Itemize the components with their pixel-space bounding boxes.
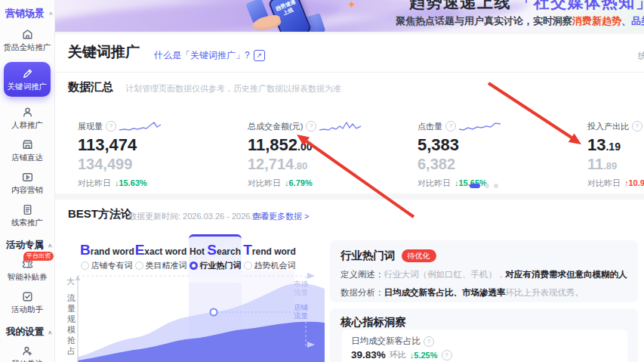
svg-text:规: 规 bbox=[67, 314, 75, 323]
radio-exact-word[interactable] bbox=[135, 261, 143, 270]
summary-note: 计划管理页面数据仅供参考，历史推广数据以报表数据为准 bbox=[125, 83, 341, 94]
sidebar-item-content-marketing[interactable]: 内容营销 bbox=[0, 166, 54, 198]
text-part: 数据分析： bbox=[340, 288, 384, 297]
metric-compare: 对比昨日↓15.65% bbox=[418, 178, 587, 189]
question-icon[interactable]: ? bbox=[424, 336, 434, 347]
external-link-icon: ↗ bbox=[254, 50, 265, 61]
what-is-keyword-promotion-link[interactable]: 什么是「关键词推广」? ↗ bbox=[154, 49, 265, 62]
text-part: 趋势速递上线 bbox=[409, 0, 516, 11]
sidebar-item-full-site-promotion[interactable]: 货品全站推广 bbox=[0, 23, 54, 55]
y-axis-top-label: 大 bbox=[66, 277, 75, 286]
text-part: 消费新趋势 bbox=[572, 15, 621, 26]
tab-chinese-label: 类目精准词 bbox=[146, 260, 187, 271]
industry-hot-word-panel: 行业热门词 待优化 定义阐述：行业大词（例如口红、手机），对应有消费需求但意向模… bbox=[330, 240, 638, 302]
tab-english-label: Exact word bbox=[134, 242, 187, 258]
text-part: 、品类新机会 bbox=[621, 15, 644, 26]
text-part: 定义阐述： bbox=[340, 270, 384, 279]
shop-icon bbox=[21, 138, 34, 151]
sidebar-item-keyword-promotion[interactable]: 关键词推广 bbox=[0, 55, 54, 101]
svg-text:占: 占 bbox=[67, 346, 75, 355]
sparkle-icon: ✦ bbox=[347, 0, 356, 11]
sidebar-item-smart-subsidy-coupon[interactable]: 智能补贴券平台出资 bbox=[0, 252, 54, 285]
radio-trend-word[interactable] bbox=[244, 261, 252, 270]
sidebar-item-label: 线索推广 bbox=[11, 218, 43, 228]
chevron-up-icon: ∧ bbox=[48, 243, 53, 249]
metric-0: 展现量?113,474134,499对比昨日↓15.63% bbox=[78, 119, 248, 189]
metric-1: 总成交金额(元)?11,852.0012,714.80对比昨日↓6.79% bbox=[248, 119, 418, 189]
text-part: 对应有消费需求但意向模糊的人群，拉新效果显著。 bbox=[506, 270, 628, 279]
metric-sparkline bbox=[459, 120, 503, 132]
tab-exact-word[interactable]: Exact word类目精准词 bbox=[134, 234, 187, 283]
sidebar-item-label: 货品全站推广 bbox=[4, 42, 51, 53]
tab-chinese-label: 趋势机会词 bbox=[254, 260, 296, 271]
sidebar: 营销场景 ∧ 货品全站推广关键词推广人群推广店铺直达内容营销线索推广活动专属∧智… bbox=[0, 0, 55, 362]
sidebar-section-marketing[interactable]: 营销场景 ∧ bbox=[0, 0, 54, 23]
core-metric-value: 39.83% bbox=[351, 349, 386, 360]
help-link-label: 什么是「关键词推广」? bbox=[154, 49, 250, 62]
text-part: 环比上升表现优秀。 bbox=[506, 288, 584, 297]
section-campaign[interactable]: 活动专属∧ bbox=[0, 231, 54, 252]
tab-brand-word[interactable]: Brand word店铺专有词 bbox=[80, 234, 133, 283]
pagination-dot-1[interactable] bbox=[485, 184, 489, 188]
question-icon[interactable]: ? bbox=[306, 121, 316, 131]
metric-3: 投入产出比?13.1911.89对比昨日↑10.93% bbox=[587, 119, 644, 189]
sidebar-header-label: 营销场景 bbox=[5, 7, 45, 20]
core-metric-label: 日均成交新客占比 bbox=[351, 336, 421, 347]
audience-icon bbox=[21, 106, 34, 119]
metric-value: 113,474 bbox=[78, 135, 248, 155]
tab-hot-search[interactable]: Hot Search行业热门词 bbox=[189, 234, 242, 283]
metric-previous-value: 134,499 bbox=[78, 156, 248, 173]
metric-2: 点击量?5,3836,382对比昨日↓15.65% bbox=[418, 119, 587, 189]
svg-text:流: 流 bbox=[66, 293, 75, 302]
tab-english-label: Trend word bbox=[243, 242, 296, 258]
sidebar-item-my-follows[interactable]: 我的关注 bbox=[0, 339, 54, 362]
y-axis-label: 流量规模抢占 bbox=[66, 293, 75, 355]
sidebar-item-leads-promotion[interactable]: 线索推广 bbox=[0, 198, 54, 231]
metric-value: 13.19 bbox=[587, 135, 644, 155]
banner-subline: 聚焦热点话题与用户真实讨论，实时洞察消费新趋势、品类新机会 bbox=[396, 14, 644, 28]
insight-title: 行业热门词 bbox=[340, 249, 396, 263]
follow-icon bbox=[21, 345, 34, 357]
content-icon bbox=[21, 171, 34, 184]
page-title: 关键词推广 bbox=[68, 42, 140, 62]
metric-previous-value: 12,714.80 bbox=[248, 156, 418, 173]
question-icon[interactable]: ? bbox=[632, 121, 642, 131]
pagination-dot-2[interactable] bbox=[494, 184, 498, 188]
question-icon[interactable]: ? bbox=[106, 121, 116, 131]
radio-hot-search[interactable] bbox=[190, 261, 198, 270]
tab-trend-word[interactable]: Trend word趋势机会词 bbox=[243, 234, 296, 283]
sidebar-item-label: 活动助手 bbox=[11, 305, 43, 315]
metric-previous-value: 11.89 bbox=[587, 156, 644, 173]
sidebar-item-campaign-assistant[interactable]: 活动助手 bbox=[0, 285, 54, 317]
hb-label: 环比 bbox=[390, 349, 406, 360]
metric-label: 展现量 bbox=[78, 121, 103, 132]
metric-sparkline bbox=[119, 120, 163, 132]
core-indicator-title: 核心指标洞察 bbox=[340, 316, 406, 328]
text-part: 日均成交新客占比、市场渗透率 bbox=[384, 288, 506, 297]
chevron-up-icon: ∧ bbox=[48, 330, 53, 336]
pagination-dot-0[interactable] bbox=[470, 184, 480, 188]
metric-label: 点击量 bbox=[418, 121, 442, 132]
tab-chinese-label: 行业热门词 bbox=[200, 260, 242, 271]
chart-marker bbox=[211, 309, 217, 316]
best-title: BEST方法论 bbox=[68, 207, 132, 221]
tab-english-label: Hot Search bbox=[189, 242, 242, 258]
helper-icon bbox=[21, 290, 34, 303]
banner-headline: 趋势速递上线 「社交媒体热知」抢先，精准捕捉 bbox=[409, 0, 644, 13]
metrics-pagination bbox=[470, 184, 498, 188]
section-my-settings[interactable]: 我的设置∧ bbox=[0, 317, 54, 339]
sidebar-item-audience-promotion[interactable]: 人群推广 bbox=[0, 101, 54, 133]
metric-compare: 对比昨日↓6.79% bbox=[248, 178, 418, 189]
question-icon[interactable]: ? bbox=[445, 121, 456, 131]
sidebar-item-shop-direct[interactable]: 店铺直达 bbox=[0, 133, 54, 166]
radio-brand-word[interactable] bbox=[81, 261, 89, 270]
metric-label: 总成交金额(元) bbox=[248, 121, 303, 132]
promo-banner[interactable]: 趋势速递上线 ✦ 趋势速递上线 「社交媒体热知」抢先，精准捕捉 聚焦热点话题与用… bbox=[54, 0, 644, 32]
sidebar-item-label: 关键词推广 bbox=[8, 82, 48, 92]
view-more-data-link[interactable]: 查看更多数据 > bbox=[252, 211, 309, 222]
svg-text:模: 模 bbox=[67, 325, 75, 334]
tab-english-label: Brand word bbox=[80, 242, 133, 258]
svg-text:量: 量 bbox=[67, 304, 75, 313]
question-icon[interactable]: ? bbox=[442, 350, 452, 360]
sidebar-item-label: 人群推广 bbox=[11, 120, 43, 131]
